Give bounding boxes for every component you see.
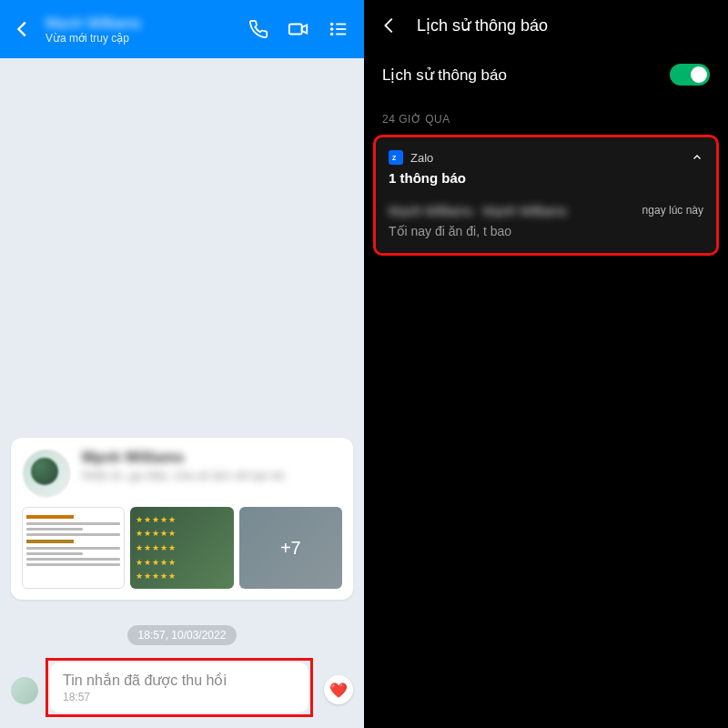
heart-icon: ❤️	[329, 682, 348, 699]
svg-point-1	[331, 24, 333, 25]
media-thumb[interactable]	[22, 507, 125, 589]
timestamp-pill: 18:57, 10/03/2022	[127, 625, 238, 645]
setting-label: Lịch sử thông báo	[382, 66, 507, 85]
contact-card-meta: Mạnh Williams Nhắn tin, gọi điện, chia s…	[82, 449, 342, 498]
chat-header: Mạnh Williams Vừa mới truy cập	[0, 0, 364, 58]
message-row: Tin nhắn đã được thu hồi 18:57 ❤️	[11, 658, 353, 717]
notification-entry[interactable]: Mạnh Williams · Mạnh Williams ngay lúc n…	[389, 204, 703, 218]
highlight-box: Tin nhắn đã được thu hồi 18:57	[46, 658, 313, 717]
svg-point-3	[331, 28, 333, 30]
contact-name: Mạnh Williams	[46, 15, 233, 32]
chat-header-info[interactable]: Mạnh Williams Vừa mới truy cập	[46, 15, 233, 45]
notification-time: ngay lúc này	[642, 204, 703, 217]
avatar[interactable]	[22, 449, 71, 498]
settings-header: Lịch sử thông báo	[364, 0, 728, 51]
video-call-button[interactable]	[284, 15, 313, 44]
media-thumb[interactable]	[130, 507, 233, 589]
notification-header: Z Zalo	[389, 150, 703, 165]
toggle-switch[interactable]	[670, 64, 710, 86]
chevron-up-icon[interactable]	[691, 151, 703, 164]
media-grid: +7	[22, 507, 342, 589]
notification-preview: Tối nay đi ăn đi, t bao	[389, 224, 703, 238]
page-title: Lịch sử thông báo	[417, 15, 548, 35]
svg-point-5	[331, 34, 333, 35]
notification-card[interactable]: Z Zalo 1 thông báo Mạnh Williams · Mạnh …	[373, 135, 719, 256]
contact-card-desc: Nhắn tin, gọi điện, chia sẻ ảnh với bạn …	[82, 470, 342, 484]
setting-row-notification-history[interactable]: Lịch sử thông báo	[364, 51, 728, 98]
voice-call-button[interactable]	[244, 15, 273, 44]
more-count: +7	[280, 538, 301, 559]
react-button[interactable]: ❤️	[324, 675, 353, 704]
zalo-app-icon: Z	[389, 150, 403, 165]
message-time: 18:57	[63, 691, 296, 703]
media-thumb-more[interactable]: +7	[239, 507, 342, 589]
back-button[interactable]	[11, 17, 35, 41]
back-button[interactable]	[379, 15, 400, 36]
notification-history-screen: Lịch sử thông báo Lịch sử thông báo 24 G…	[364, 0, 728, 728]
contact-status: Vừa mới truy cập	[46, 32, 233, 45]
section-label: 24 GIỜ QUA	[364, 98, 728, 135]
svg-text:Z: Z	[392, 155, 397, 161]
chat-body[interactable]: Mạnh Williams Nhắn tin, gọi điện, chia s…	[0, 58, 364, 728]
avatar[interactable]	[11, 677, 38, 704]
svg-rect-0	[289, 24, 302, 34]
notification-sender: Mạnh Williams · Mạnh Williams	[389, 204, 642, 218]
menu-button[interactable]	[324, 15, 353, 44]
notification-app-name: Zalo	[410, 151, 683, 165]
zalo-chat-screen: Mạnh Williams Vừa mới truy cập Mạnh Will…	[0, 0, 364, 728]
recalled-message-text: Tin nhắn đã được thu hồi	[63, 672, 296, 689]
notification-count: 1 thông báo	[389, 170, 703, 186]
message-bubble[interactable]: Tin nhắn đã được thu hồi 18:57	[50, 662, 308, 713]
contact-card-name: Mạnh Williams	[82, 449, 342, 466]
contact-profile-card[interactable]: Mạnh Williams Nhắn tin, gọi điện, chia s…	[11, 438, 353, 600]
